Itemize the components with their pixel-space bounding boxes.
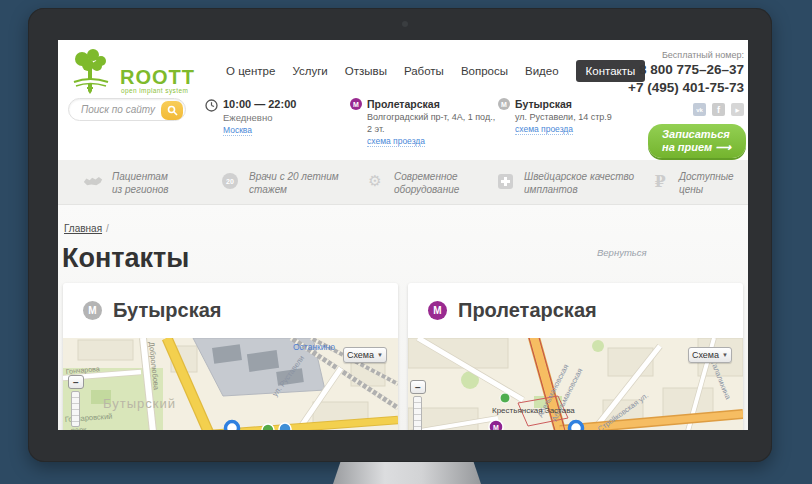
feature-text: цены	[679, 184, 703, 195]
page-content: Главная/ Вернуться Контакты М Бутырская	[58, 205, 748, 430]
station-name: Пролетарская	[367, 98, 440, 110]
caret-down-icon: ▼	[377, 352, 383, 358]
city-link[interactable]: Москва	[223, 125, 252, 136]
nav-item-video[interactable]: Видео	[525, 65, 559, 77]
feature-experience: 20 Врачи с 20 летнимстажем	[220, 171, 339, 196]
badge-20-icon: 20	[222, 173, 238, 189]
scheme-label: Схема	[692, 350, 719, 360]
search-icon	[167, 105, 178, 116]
caret-down-icon: ▼	[722, 352, 728, 358]
vk-icon[interactable]: vk	[693, 103, 706, 116]
nav-item-reviews[interactable]: Отзывы	[345, 65, 387, 77]
desktop-background: ROOTT open implant system О центре Услуг…	[0, 0, 812, 484]
metro-icon-butyrskaya: М	[498, 98, 510, 110]
nav-item-about[interactable]: О центре	[226, 65, 275, 77]
address-line: Волгоградский пр-т, 4А, 1 под.,	[367, 112, 495, 122]
map-label-ostankino: Останкино	[293, 342, 335, 352]
zoom-out-button[interactable]: −	[68, 375, 84, 389]
station-name: Бутырская	[515, 98, 572, 110]
gear-icon: ⚙	[368, 172, 381, 190]
park-poi-marker[interactable]	[262, 424, 274, 430]
nav-item-questions[interactable]: Вопросы	[461, 65, 508, 77]
search-input[interactable]	[81, 100, 161, 119]
map-scheme-button[interactable]: Схема ▼	[343, 347, 387, 363]
clock-icon	[205, 99, 218, 112]
browser-viewport: ROOTT open implant system О центре Услуг…	[58, 40, 748, 430]
phone-number-2: +7 (495) 401-75-73	[628, 80, 744, 95]
swiss-cross-icon	[498, 174, 513, 189]
metro-icon-proletarskaya: М	[350, 98, 362, 110]
arrow-right-icon: ⟶	[715, 141, 731, 153]
metro-marker-letter: М	[493, 424, 499, 430]
map-label-butyrsky: Бутырский	[103, 396, 176, 411]
site-header: ROOTT open implant system О центре Услуг…	[58, 40, 748, 160]
card-header: М Пролетарская	[408, 283, 743, 338]
map-label-krestyanskaya: Крестьянская Застава	[492, 406, 575, 415]
feature-text: Пациентам	[112, 171, 168, 182]
clinic-map-marker[interactable]	[226, 422, 239, 431]
features-strip: Пациентамиз регионов 20 Врачи с 20 летни…	[58, 160, 748, 205]
route-link[interactable]: схема проезда	[367, 136, 425, 147]
logo-subtitle: open implant system	[121, 87, 188, 94]
metro-icon-gray: М	[83, 301, 102, 320]
clinic-map-marker[interactable]	[570, 422, 583, 431]
russia-map-icon	[83, 171, 103, 191]
phone-number-1: 8 800 775–26–37	[639, 62, 744, 77]
feature-text: стажем	[249, 184, 287, 195]
address-line: 2 эт.	[367, 124, 385, 134]
schedule-block: 10:00 — 22:00 Ежедневно Москва	[205, 98, 218, 116]
feature-text: имплантов	[524, 184, 578, 195]
logo-title: ROOTT	[120, 66, 195, 89]
zoom-slider[interactable]	[413, 396, 422, 430]
feature-quality: Швейцарское качествоимплантов	[495, 171, 634, 196]
zoom-out-button[interactable]: −	[410, 380, 426, 394]
breadcrumb-home-link[interactable]: Главная	[64, 223, 102, 234]
nav-item-services[interactable]: Услуги	[292, 65, 327, 77]
main-nav: О центре Услуги Отзывы Работы Вопросы Ви…	[226, 60, 645, 82]
address-line: ул. Руставели, 14 стр.9	[515, 112, 612, 122]
breadcrumb-separator: /	[106, 223, 109, 234]
working-days: Ежедневно	[223, 112, 272, 123]
card-station-name: Бутырская	[113, 299, 222, 322]
card-butyrskaya: М Бутырская	[63, 283, 398, 430]
card-proletarskaya: М Пролетарская	[408, 283, 743, 430]
map-scheme-button[interactable]: Схема ▼	[688, 347, 732, 363]
phone-label: Бесплатный номер:	[662, 50, 744, 60]
map-cards: М Бутырская	[63, 283, 743, 430]
feature-text: оборудование	[394, 184, 459, 195]
ruble-icon: ₽	[654, 172, 665, 191]
nav-item-works[interactable]: Работы	[404, 65, 444, 77]
facebook-icon[interactable]: f	[712, 103, 725, 116]
book-appointment-button[interactable]: Записаться на прием ⟶	[648, 124, 746, 158]
zoom-slider[interactable]	[71, 391, 80, 427]
feature-regions: Пациентамиз регионов	[83, 171, 168, 196]
cta-line2: на прием	[662, 141, 712, 153]
feature-text: Швейцарское качество	[524, 171, 634, 182]
back-link[interactable]: Вернуться	[597, 247, 647, 258]
working-hours: 10:00 — 22:00	[223, 98, 296, 110]
page-title: Контакты	[62, 243, 189, 274]
webcam-dot	[402, 21, 408, 27]
breadcrumb: Главная/	[64, 223, 109, 234]
metro-entrance-green-icon[interactable]	[500, 393, 510, 403]
feature-text: Доступные	[679, 171, 734, 182]
scheme-label: Схема	[347, 350, 374, 360]
social-icons: vk f ▶	[693, 103, 744, 116]
feature-text: из регионов	[112, 184, 168, 195]
route-link[interactable]: схема проезда	[515, 124, 573, 135]
search-button[interactable]	[161, 101, 183, 120]
site-search	[68, 98, 186, 121]
feature-equipment: ⚙ Современноеоборудование	[365, 171, 459, 196]
youtube-icon[interactable]: ▶	[731, 103, 744, 116]
nav-item-contacts-active[interactable]: Контакты	[576, 60, 646, 82]
monitor-stand	[333, 462, 481, 484]
map-butyrskaya[interactable]: Останкино Гончарова Добролюбова Бутырски…	[63, 338, 398, 430]
shop-poi-marker[interactable]	[279, 423, 291, 430]
card-header: М Бутырская	[63, 283, 398, 338]
map-proletarskaya[interactable]: Абельмановская Абельмановская Стройковск…	[408, 338, 743, 430]
map-zoom-control: −	[68, 375, 86, 427]
tree-logo-icon	[68, 48, 112, 94]
logo[interactable]: ROOTT open implant system	[68, 48, 238, 92]
map-zoom-control: −	[410, 380, 428, 430]
feature-text: Врачи с 20 летним	[249, 171, 339, 182]
